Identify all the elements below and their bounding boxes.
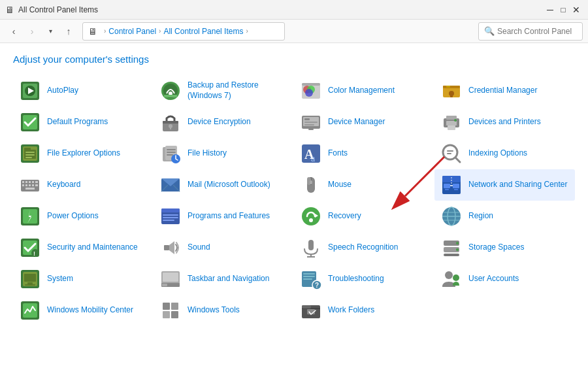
devmanager-label: Device Manager [328,117,385,127]
useraccounts-item[interactable]: User Accounts [434,263,575,295]
svg-rect-60 [35,181,38,183]
recovery-item[interactable]: Recovery [294,201,434,232]
title-bar-text: All Control Panel Items [18,5,98,14]
svg-rect-78 [445,189,449,190]
svg-rect-41 [25,157,32,158]
credential-item[interactable]: Credential Manager [434,75,575,107]
programs-item[interactable]: Programs and Features [154,201,294,232]
autoplay-item[interactable]: AutoPlay [13,75,154,107]
keyboard-item[interactable]: Keyboard [13,169,154,201]
security-icon: ! [20,237,41,258]
storage-icon [441,237,462,258]
breadcrumb-all-items[interactable]: All Control Panel Items [163,27,243,36]
troubleshoot-item[interactable]: ? Troubleshooting [294,263,434,295]
svg-rect-104 [308,240,314,250]
mail-item[interactable]: Mail (Microsoft Outlook) [154,169,294,201]
svg-rect-87 [163,214,178,216]
svg-rect-65 [35,184,38,186]
devmanager-item[interactable]: Device Manager [294,107,434,138]
svg-point-100 [31,249,39,257]
region-label: Region [468,211,493,222]
svg-rect-21 [163,121,178,124]
taskbar-item[interactable]: Taskbar and Navigation [154,263,294,295]
wintools-item[interactable]: Windows Tools [154,295,294,326]
svg-rect-76 [442,176,461,182]
fonts-item[interactable]: A a Fonts [294,138,434,169]
svg-rect-122 [303,273,315,275]
svg-rect-12 [302,83,320,86]
backup-item[interactable]: Backup and Restore (Windows 7) [154,75,294,107]
fileexplorer-item[interactable]: File Explorer Options [13,138,154,169]
indexing-item[interactable]: Indexing Options [434,138,575,169]
svg-rect-132 [171,303,178,310]
region-item[interactable]: Region [434,201,575,232]
speech-item[interactable]: Speech Recognition [294,232,434,263]
svg-rect-116 [25,284,35,286]
default-label: Default Programs [47,117,108,127]
mobility-item[interactable]: Windows Mobility Center [13,295,154,326]
workfolders-icon [301,300,321,321]
devprinters-icon [441,112,462,133]
svg-point-92 [309,218,313,222]
troubleshoot-label: Troubleshooting [328,274,384,284]
svg-rect-31 [446,121,457,125]
svg-rect-131 [163,303,170,310]
back-button[interactable]: ‹ [5,23,22,40]
search-input[interactable] [497,27,576,36]
svg-rect-61 [22,184,24,186]
color-item[interactable]: Color Management [294,75,434,107]
svg-rect-123 [303,276,315,277]
svg-rect-54 [447,153,451,154]
window-close[interactable]: ✕ [570,3,583,16]
wintools-icon [160,300,181,321]
speech-icon [301,237,321,258]
system-item[interactable]: System [13,263,154,295]
mouse-item[interactable]: Mouse [294,169,434,201]
svg-marker-103 [169,241,174,254]
security-label: Security and Maintenance [47,242,138,253]
security-item[interactable]: ! Security and Maintenance [13,232,154,263]
devprinters-item[interactable]: Devices and Printers [434,107,575,138]
svg-rect-26 [304,118,310,120]
mouse-label: Mouse [328,180,351,190]
filehistory-item[interactable]: File History [154,138,294,169]
default-item[interactable]: Default Programs [13,107,154,138]
breadcrumb-control-panel[interactable]: Control Panel [108,27,156,36]
recovery-icon [301,206,321,227]
svg-rect-86 [161,208,180,212]
power-item[interactable]: Power Options [13,201,154,232]
storage-item[interactable]: Storage Spaces [434,232,575,263]
network-item[interactable]: Network and Sharing Center [434,169,575,201]
main-content: Adjust your computer's settings AutoPlay [0,43,588,383]
svg-rect-23 [170,126,171,129]
devprinters-label: Devices and Printers [468,117,541,127]
programs-icon [160,206,181,227]
window-minimize[interactable]: ─ [544,3,557,16]
svg-point-11 [305,89,313,97]
sound-label: Sound [188,242,210,253]
svg-point-111 [456,248,459,251]
svg-rect-137 [302,305,311,308]
region-icon [441,206,462,227]
color-icon [301,80,321,101]
svg-rect-134 [171,311,178,318]
svg-rect-7 [164,95,177,97]
svg-rect-63 [29,184,31,186]
mobility-label: Windows Mobility Center [47,305,133,316]
sound-item[interactable]: Sound [154,232,294,263]
up-button[interactable]: ↑ [60,23,77,40]
keyboard-icon [20,175,41,195]
svg-rect-66 [25,188,35,190]
recent-button[interactable]: ▾ [42,23,59,40]
nav-bar: ‹ › ▾ ↑ 🖥 › Control Panel › All Control … [0,20,588,43]
svg-rect-102 [164,245,169,250]
power-label: Power Options [47,211,99,222]
svg-rect-120 [162,284,167,286]
workfolders-item[interactable]: Work Folders [294,295,434,326]
default-icon [20,112,41,133]
window-maximize[interactable]: □ [557,3,570,16]
svg-rect-62 [25,184,27,186]
encryption-item[interactable]: Device Encryption [154,107,294,138]
forward-button[interactable]: › [24,23,41,40]
backup-icon [160,80,181,101]
